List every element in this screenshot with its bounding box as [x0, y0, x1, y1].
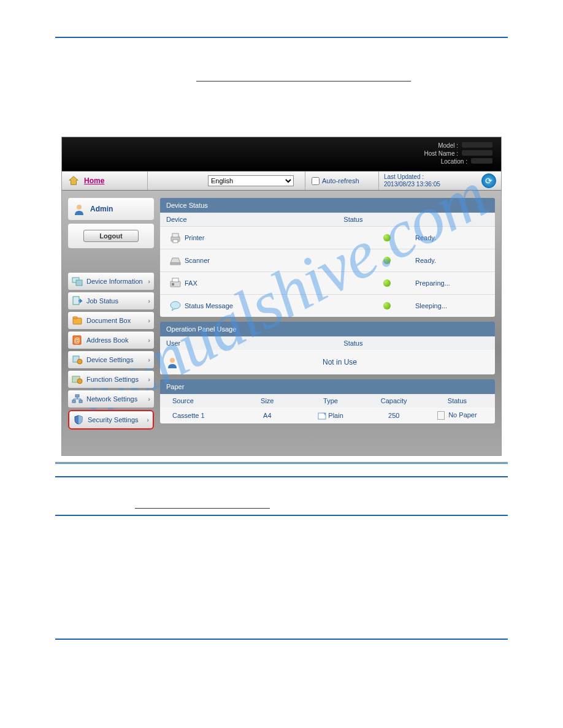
user-icon: [73, 203, 85, 215]
last-updated-label: Last Updated :: [384, 173, 440, 181]
job-status-icon: [72, 296, 83, 306]
paper-row: Cassette 1 A4 Plain 250 No Paper: [160, 408, 495, 423]
paper-type-label: Plain: [328, 412, 343, 419]
user-icon: [166, 356, 191, 368]
home-icon: [68, 175, 79, 186]
op-status: Not in Use: [290, 358, 389, 366]
svg-rect-22: [172, 283, 174, 286]
svg-point-12: [77, 379, 82, 384]
nav-device-settings[interactable]: Device Settings›: [68, 351, 154, 368]
language-select[interactable]: English: [208, 175, 294, 186]
col-user: User: [166, 339, 343, 347]
nav-network-settings[interactable]: Network Settings›: [68, 390, 154, 408]
nav-label: Device Settings: [86, 356, 133, 363]
col-size: Size: [236, 397, 299, 404]
hostname-value-redacted: [462, 150, 492, 156]
location-value-redacted: [471, 158, 492, 164]
nav-label: Job Status: [86, 297, 118, 305]
text-underline: [135, 508, 270, 509]
sidebar: Admin Logout Device Information› Job Sta…: [68, 198, 154, 455]
svg-rect-14: [72, 400, 75, 403]
svg-point-10: [77, 359, 82, 364]
message-icon: [166, 300, 185, 312]
chevron-right-icon: ›: [148, 278, 150, 285]
language-cell: English: [148, 172, 305, 190]
status-indicator-green: [383, 302, 391, 309]
logout-box: Logout: [68, 224, 154, 248]
device-status-text: Preparing...: [415, 279, 489, 287]
op-panel-body: User Status Not in Use: [160, 336, 495, 374]
nav-label: Address Book: [86, 336, 128, 344]
chevron-right-icon: ›: [148, 297, 150, 305]
col-status: Status: [426, 397, 489, 404]
svg-rect-3: [76, 280, 82, 286]
device-settings-icon: [72, 355, 83, 365]
tray-icon: [437, 411, 445, 420]
home-link[interactable]: Home: [84, 176, 104, 185]
refresh-icon: ⟳: [485, 176, 492, 186]
svg-rect-17: [172, 233, 178, 237]
model-label: Model :: [438, 142, 458, 149]
svg-rect-18: [173, 240, 178, 243]
device-status-text: Sleeping...: [415, 302, 489, 309]
paper-type-icon: [318, 412, 326, 420]
scanner-icon: [166, 254, 185, 267]
mid-rule: [196, 81, 411, 82]
nav-label: Network Settings: [86, 395, 137, 403]
auto-refresh-checkbox[interactable]: [312, 177, 320, 185]
topbar: Home English Auto-refresh Last Updated :…: [62, 171, 501, 191]
location-label: Location :: [441, 158, 467, 165]
col-device: Device: [166, 216, 343, 223]
hostname-label: Host Name :: [424, 150, 458, 157]
nav-address-book[interactable]: @ Address Book›: [68, 332, 154, 349]
status-indicator-green: [383, 279, 391, 287]
bottom-rule: [55, 639, 508, 640]
nav-device-information[interactable]: Device Information›: [68, 273, 154, 290]
svg-rect-19: [170, 263, 180, 265]
op-panel-columns: User Status: [160, 336, 495, 350]
paper-capacity: 250: [362, 412, 426, 419]
main-content: Device Status Device Status Printer Read…: [160, 198, 495, 455]
shield-icon: [73, 415, 84, 425]
logout-button[interactable]: Logout: [83, 230, 139, 242]
nav-function-settings[interactable]: Function Settings›: [68, 371, 154, 388]
nav-label: Document Box: [86, 317, 131, 324]
nav-label: Function Settings: [86, 376, 139, 383]
svg-rect-21: [172, 278, 178, 282]
device-name: Status Message: [185, 302, 319, 309]
device-name: Scanner: [185, 257, 319, 264]
col-capacity: Capacity: [362, 397, 426, 404]
section-rule: [55, 476, 508, 477]
svg-point-24: [170, 358, 175, 363]
paper-columns: Source Size Type Capacity Status: [160, 394, 495, 408]
network-settings-icon: [72, 394, 83, 404]
user-name: Admin: [90, 205, 113, 213]
svg-rect-6: [73, 317, 77, 319]
svg-rect-15: [79, 400, 82, 403]
app-header: Model : Host Name : Location :: [62, 137, 501, 171]
device-status-columns: Device Status: [160, 213, 495, 226]
function-settings-icon: [72, 374, 83, 384]
chevron-right-icon: ›: [148, 317, 150, 324]
nav-job-status[interactable]: Job Status›: [68, 292, 154, 309]
printer-icon: [166, 232, 185, 244]
refresh-button[interactable]: ⟳: [481, 173, 496, 188]
chevron-right-icon: ›: [148, 336, 150, 344]
nav-label: Security Settings: [88, 416, 139, 423]
nav-label: Device Information: [86, 278, 143, 285]
last-updated-value: 2013/08/23 13:36:05: [384, 181, 440, 188]
status-indicator-green: [383, 234, 391, 241]
address-book-icon: @: [72, 335, 83, 345]
model-value-redacted: [462, 142, 492, 148]
nav-document-box[interactable]: Document Box›: [68, 312, 154, 329]
device-status-header: Device Status: [160, 198, 495, 213]
paper-source: Cassette 1: [166, 412, 236, 419]
chevron-right-icon: ›: [148, 376, 150, 383]
chevron-right-icon: ›: [148, 395, 150, 403]
document-box-icon: [72, 316, 83, 325]
home-cell[interactable]: Home: [62, 172, 148, 190]
svg-rect-13: [75, 395, 79, 397]
paper-header: Paper: [160, 379, 495, 394]
auto-refresh-label: Auto-refresh: [322, 177, 359, 184]
nav-security-settings[interactable]: Security Settings›: [68, 410, 154, 430]
